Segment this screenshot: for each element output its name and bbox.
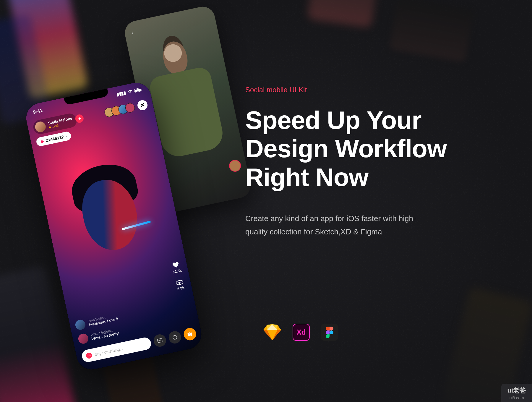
subheadline: Create any kind of an app for iOS faster… bbox=[245, 212, 429, 239]
watermark: ui老爸 ui8.com bbox=[501, 384, 532, 402]
eyebrow-text: Social mobile UI Kit bbox=[245, 86, 488, 94]
tool-icons-row: Xd bbox=[263, 324, 338, 341]
gem-icon: ◆ bbox=[40, 139, 44, 144]
signal-icon: ▮▮▮▮ bbox=[116, 90, 126, 97]
figma-icon bbox=[321, 324, 338, 341]
viewer-avatars[interactable] bbox=[106, 102, 136, 117]
adobe-xd-icon: Xd bbox=[293, 324, 310, 341]
comment-placeholder: Say something... bbox=[94, 346, 123, 356]
headline: Speed Up Your Design Workflow Right Now bbox=[245, 106, 488, 191]
heart-icon bbox=[172, 261, 180, 269]
avatar bbox=[34, 121, 47, 133]
share-button[interactable] bbox=[168, 330, 182, 345]
gem-count: 21446112 bbox=[45, 134, 64, 143]
gem-icon: ◆ bbox=[49, 125, 52, 129]
comment-icon: ⋯ bbox=[85, 352, 93, 359]
share-icon bbox=[171, 334, 179, 341]
avatar bbox=[74, 319, 86, 331]
xd-label: Xd bbox=[297, 328, 306, 336]
stream-host-chip[interactable]: Stella Malone ◆1263 bbox=[32, 112, 78, 135]
like-stat[interactable]: 12.5k bbox=[171, 260, 182, 274]
mail-icon bbox=[156, 337, 163, 344]
eye-icon bbox=[175, 279, 184, 286]
view-stat[interactable]: 3.8k bbox=[175, 279, 185, 291]
avatar bbox=[228, 159, 242, 173]
wifi-icon bbox=[127, 89, 133, 95]
watermark-line-2: ui8.com bbox=[507, 395, 526, 400]
chevron-right-icon: › bbox=[65, 134, 67, 138]
avatar bbox=[77, 333, 89, 345]
gift-icon bbox=[186, 331, 194, 338]
status-time: 9:41 bbox=[33, 108, 43, 115]
close-button[interactable]: ✕ bbox=[137, 99, 148, 111]
battery-icon bbox=[134, 88, 142, 93]
comment-list: Jean Walton Awesome. Love it Willie Sing… bbox=[74, 312, 122, 345]
gift-button[interactable] bbox=[183, 327, 197, 342]
background-phone-mockup bbox=[307, 0, 379, 28]
view-count: 3.8k bbox=[177, 286, 185, 291]
background-phone-mockup bbox=[389, 0, 474, 62]
back-icon: ‹ bbox=[130, 29, 134, 37]
watermark-line-1: ui老爸 bbox=[507, 386, 526, 395]
sketch-icon bbox=[263, 324, 281, 340]
like-count: 12.5k bbox=[172, 268, 182, 274]
message-button[interactable] bbox=[153, 333, 167, 348]
